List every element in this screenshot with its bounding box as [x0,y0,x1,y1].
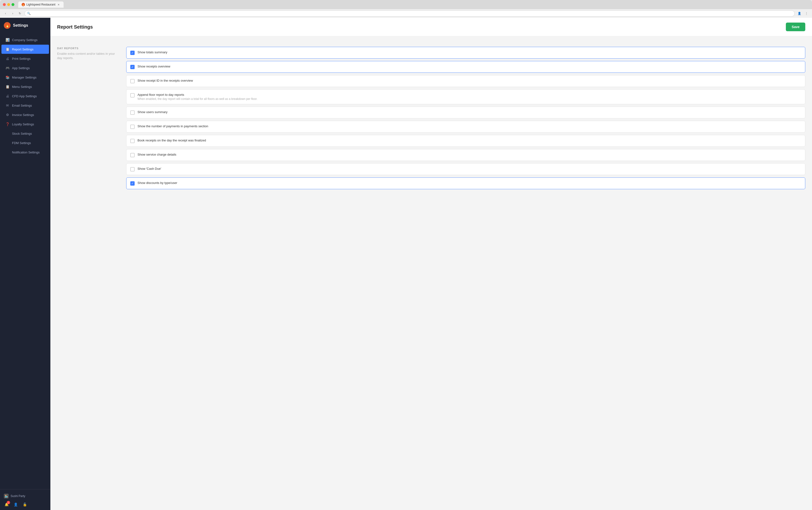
sidebar-item-label: App Settings [12,66,30,70]
floor-report-checkbox[interactable] [130,93,134,97]
option-label: Show discounts by type/user [138,181,177,185]
option-label: Show receipts overview [138,64,170,68]
sidebar-item-label: Stock Settings [12,132,32,135]
sidebar-item-manager[interactable]: 📚 Manager Settings [1,73,49,82]
browser-toolbar: ‹ › ↻ 🔍 👤 ⋮ [0,9,812,18]
sidebar-footer: 🏪 Sushi Party 🔔 1 👤 🔓 [0,489,50,510]
option-totals-summary[interactable]: ✓ Show totals summary [126,47,805,59]
option-label: Show service charge details [138,153,176,156]
browser-content: 🔥 Settings 📊 Company Settings 📋 Report S… [0,18,812,510]
option-book-receipts[interactable]: Book receipts on the day the receipt was… [126,135,805,147]
notifications-action-button[interactable]: 🔔 1 [4,502,9,507]
back-button[interactable]: ‹ [3,11,8,16]
browser-tab[interactable]: 🔥 Lightspeed Restaurant ✕ [18,1,64,8]
option-label: Show receipt ID in the receipts overview [138,79,193,82]
sidebar-item-label: CFD App Settings [12,94,37,98]
sidebar-item-label: Invoice Settings [12,113,34,117]
option-num-payments[interactable]: Show the number of payments in payments … [126,121,805,133]
option-content: Append floor report to day reports When … [138,93,258,101]
tab-close-button[interactable]: ✕ [57,3,60,6]
option-service-charge[interactable]: Show service charge details [126,149,805,161]
menu-button[interactable]: ⋮ [804,11,809,16]
page-title: Report Settings [57,24,93,30]
book-receipts-checkbox[interactable] [130,139,134,143]
section-title: DAY REPORTS [57,47,120,50]
company-icon: 📊 [5,38,9,42]
sidebar-item-notification[interactable]: Notification Settings [1,148,49,157]
option-floor-report[interactable]: Append floor report to day reports When … [126,89,805,104]
close-button[interactable] [3,3,6,6]
option-content: Show service charge details [138,153,176,156]
service-charge-checkbox[interactable] [130,153,134,157]
num-payments-checkbox[interactable] [130,124,134,129]
option-label: Show 'Cash Due' [138,167,161,170]
sidebar-bottom-actions: 🔔 1 👤 🔓 [4,500,47,507]
option-receipts-overview[interactable]: ✓ Show receipts overview [126,61,805,73]
day-reports-section: DAY REPORTS Enable extra content and/or … [57,47,805,189]
option-cash-due[interactable]: Show 'Cash Due' [126,163,805,175]
receipt-id-checkbox[interactable] [130,79,134,83]
sidebar-item-invoice[interactable]: ⚙ Invoice Settings [1,110,49,119]
option-discounts[interactable]: ✓ Show discounts by type/user [126,177,805,189]
page-body: DAY REPORTS Enable extra content and/or … [50,36,812,510]
option-content: Show 'Cash Due' [138,167,161,170]
sidebar-item-email[interactable]: ✉ Email Settings [1,101,49,110]
address-bar[interactable]: 🔍 [25,10,795,17]
traffic-lights [3,3,14,6]
sidebar-item-label: Menu Settings [12,85,32,89]
sidebar-item-cfd[interactable]: 🖨 CFD App Settings [1,91,49,101]
profile-button[interactable]: 👤 [796,11,802,16]
browser-window: 🔥 Lightspeed Restaurant ✕ ‹ › ↻ 🔍 👤 ⋮ 🔥 … [0,0,812,510]
sidebar-item-label: Report Settings [12,48,34,51]
tab-favicon: 🔥 [22,3,25,6]
option-content: Show totals summary [138,50,167,54]
sidebar-item-label: Company Settings [12,38,37,42]
email-icon: ✉ [5,103,9,108]
forward-button[interactable]: › [10,11,16,16]
totals-summary-checkbox[interactable]: ✓ [130,51,134,55]
option-content: Show the number of payments in payments … [138,124,208,128]
section-desc: Enable extra content and/or tables in yo… [57,52,120,60]
sidebar-item-label: Manager Settings [12,76,36,79]
receipts-overview-checkbox[interactable]: ✓ [130,65,134,69]
menu-icon: 📋 [5,85,9,89]
sidebar-item-loyalty[interactable]: ❓ Loyalty Settings [1,120,49,129]
user-action-button[interactable]: 👤 [13,502,18,507]
sidebar-item-app[interactable]: 🎮 App Settings [1,63,49,73]
sidebar-nav: 📊 Company Settings 📋 Report Settings 🖨 P… [0,33,50,489]
option-content: Book receipts on the day the receipt was… [138,139,206,142]
save-button[interactable]: Save [786,23,805,31]
print-icon: 🖨 [5,56,9,61]
store-name: Sushi Party [10,494,25,498]
maximize-button[interactable] [11,3,14,6]
settings-options: ✓ Show totals summary ✓ Show receipts ov… [126,47,805,189]
option-label: Show the number of payments in payments … [138,124,208,128]
report-icon: 📋 [5,47,9,51]
section-description: DAY REPORTS Enable extra content and/or … [57,47,120,189]
option-content: Show receipt ID in the receipts overview [138,79,193,82]
app-icon: 🎮 [5,66,9,70]
help-action-button[interactable]: 🔓 [22,502,27,507]
option-users-summary[interactable]: Show users summary [126,107,805,118]
sidebar-item-menu[interactable]: 📋 Menu Settings [1,82,49,91]
fdm-icon [5,141,9,145]
discounts-checkbox[interactable]: ✓ [130,181,134,186]
sidebar-item-print[interactable]: 🖨 Print Settings [1,54,49,63]
minimize-button[interactable] [7,3,10,6]
tab-title: Lightspeed Restaurant [26,3,55,6]
option-content: Show discounts by type/user [138,181,177,185]
sidebar-logo: 🔥 [4,22,10,29]
sidebar-item-stock[interactable]: Stock Settings [1,129,49,138]
reload-button[interactable]: ↻ [17,11,23,16]
option-content: Show users summary [138,110,168,114]
store-icon: 🏪 [4,494,9,499]
sidebar-item-label: FDM Settings [12,141,31,145]
sidebar-item-fdm[interactable]: FDM Settings [1,138,49,147]
users-summary-checkbox[interactable] [130,110,134,115]
cash-due-checkbox[interactable] [130,167,134,171]
sidebar-item-label: Loyalty Settings [12,122,34,126]
notification-icon [5,150,9,154]
sidebar-item-company[interactable]: 📊 Company Settings [1,35,49,45]
sidebar-item-report[interactable]: 📋 Report Settings [1,45,49,54]
option-receipt-id[interactable]: Show receipt ID in the receipts overview [126,75,805,87]
